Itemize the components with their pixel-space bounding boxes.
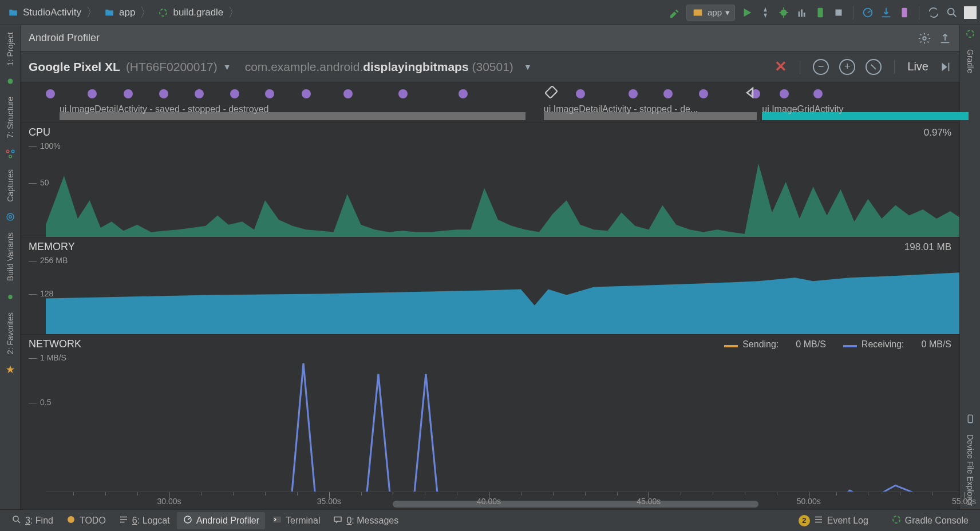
svg-point-12 <box>7 79 13 84</box>
apply-changes-icon[interactable] <box>759 6 772 19</box>
event-icon <box>813 514 824 527</box>
panel-title-bar: Android Profiler <box>21 25 959 51</box>
search-icon <box>11 514 22 527</box>
sending-swatch-icon <box>724 345 738 347</box>
breadcrumb-label: app <box>119 7 135 18</box>
svg-rect-20 <box>545 86 557 98</box>
svg-point-21 <box>967 30 974 37</box>
avd-icon[interactable] <box>898 6 911 19</box>
go-live-icon[interactable] <box>939 61 951 73</box>
svg-rect-22 <box>968 415 973 423</box>
timeline-scrollbar[interactable] <box>393 501 758 508</box>
touch-event-dot <box>88 89 97 98</box>
debug-icon[interactable] <box>777 6 790 19</box>
time-tick-label: 35.00s <box>317 497 341 506</box>
svg-rect-3 <box>799 11 800 17</box>
touch-event-dot <box>265 89 274 98</box>
touch-event-dot <box>576 89 585 98</box>
run-config-selector[interactable]: app ▾ <box>686 5 735 21</box>
memory-value: 198.01 MB <box>904 241 951 253</box>
todo-icon <box>66 514 76 527</box>
touch-event-dot <box>343 89 353 98</box>
breadcrumb-project[interactable]: StudioActivity <box>3 5 85 20</box>
toolwin-build-variants[interactable]: Build Variants <box>6 229 15 284</box>
device-icon[interactable] <box>965 414 975 424</box>
toolwin-structure[interactable]: 7: Structure <box>6 93 15 141</box>
activity-label: ui.ImageDetailActivity - saved - stopped… <box>60 104 269 114</box>
breadcrumb-module[interactable]: app <box>100 5 139 20</box>
svg-rect-6 <box>817 7 823 17</box>
status-tab-0-messages[interactable]: 0: Messages <box>327 512 404 529</box>
breadcrumb-label: StudioActivity <box>23 7 81 18</box>
toolwin-captures[interactable]: Captures <box>6 166 15 205</box>
separator <box>919 6 919 19</box>
profiler-icon[interactable] <box>862 6 874 19</box>
svg-rect-27 <box>334 517 341 521</box>
status-tab-event-log[interactable]: 2Event Log <box>793 512 874 529</box>
hammer-icon[interactable] <box>668 6 681 19</box>
svg-point-23 <box>13 516 18 521</box>
folder-icon <box>103 6 116 19</box>
svg-rect-11 <box>964 6 977 19</box>
run-icon[interactable] <box>741 6 753 19</box>
chevron-right-icon: 〉 <box>140 4 152 21</box>
status-bar: 3: FindTODO6: LogcatAndroid ProfilerTerm… <box>0 509 980 531</box>
toolwin-project[interactable]: 1: Project <box>6 29 15 69</box>
separator <box>853 6 853 19</box>
reset-zoom-button[interactable] <box>866 59 882 75</box>
breadcrumb-file[interactable]: build.gradle <box>153 5 227 20</box>
chevron-right-icon: 〉 <box>86 4 98 21</box>
status-tab-todo[interactable]: TODO <box>60 512 112 529</box>
device-name: Google Pixel XL <box>29 60 120 74</box>
android-icon[interactable] <box>5 76 15 86</box>
export-icon[interactable] <box>939 32 951 45</box>
chevron-right-icon: 〉 <box>228 4 240 21</box>
panel-title: Android Profiler <box>29 32 100 44</box>
gear-icon[interactable] <box>918 32 931 45</box>
svg-point-16 <box>7 213 14 220</box>
zoom-in-button[interactable]: + <box>839 59 855 75</box>
variants-icon <box>5 292 15 302</box>
search-icon[interactable] <box>946 6 958 19</box>
terminal-icon <box>272 514 282 527</box>
receiving-swatch-icon <box>843 345 857 347</box>
download-icon[interactable] <box>880 6 892 19</box>
time-tick-label: 55.00s <box>952 497 976 506</box>
memory-title: MEMORY <box>29 241 75 253</box>
status-tab-terminal[interactable]: Terminal <box>266 512 326 529</box>
memory-chart[interactable]: MEMORY 198.01 MB 256 MB 128 <box>21 237 959 335</box>
breadcrumbs: StudioActivity 〉 app 〉 build.gradle 〉 <box>3 4 668 21</box>
logcat-icon <box>118 514 129 527</box>
event-timeline[interactable]: ui.ImageDetailActivity - saved - stopped… <box>21 82 959 123</box>
network-chart[interactable]: NETWORK Sending: 0 MB/S Receiving: 0 MB/… <box>21 335 959 509</box>
svg-rect-1 <box>694 9 702 15</box>
toolwin-gradle[interactable]: Gradle <box>966 46 975 77</box>
svg-point-14 <box>11 150 14 153</box>
time-axis[interactable]: 30.00s35.00s40.00s45.00s50.00s55.00s <box>46 492 959 509</box>
status-tab-6-logcat[interactable]: 6: Logcat <box>113 512 176 529</box>
coverage-icon[interactable] <box>796 6 808 19</box>
camera-icon <box>5 212 15 222</box>
status-tab-gradle-console[interactable]: Gradle Console <box>886 512 974 529</box>
badge: 2 <box>799 515 810 526</box>
receiving-value: 0 MB/S <box>922 339 951 350</box>
status-tab-android-profiler[interactable]: Android Profiler <box>177 512 265 529</box>
breadcrumb-label: build.gradle <box>173 7 223 18</box>
stop-icon[interactable] <box>832 6 845 19</box>
svg-point-28 <box>893 516 900 523</box>
process-dropdown-icon[interactable]: ▼ <box>524 62 532 72</box>
zoom-out-button[interactable]: − <box>813 59 829 75</box>
touch-event-dot <box>459 89 468 98</box>
toolwin-favorites[interactable]: 2: Favorites <box>6 309 15 358</box>
device-dropdown-icon[interactable]: ▼ <box>223 62 231 72</box>
profiler-icon <box>183 514 193 527</box>
avatar-icon[interactable] <box>964 6 977 19</box>
sync-icon[interactable] <box>927 6 940 19</box>
cpu-chart[interactable]: CPU 0.97% 100% 50 <box>21 123 959 237</box>
svg-rect-9 <box>902 7 907 17</box>
run-toolbar: app ▾ <box>668 5 977 21</box>
status-tab-3-find[interactable]: 3: Find <box>6 512 59 529</box>
gradle-icon[interactable] <box>965 29 975 39</box>
attach-debugger-icon[interactable] <box>814 6 827 19</box>
close-icon[interactable]: ✕ <box>774 61 787 73</box>
